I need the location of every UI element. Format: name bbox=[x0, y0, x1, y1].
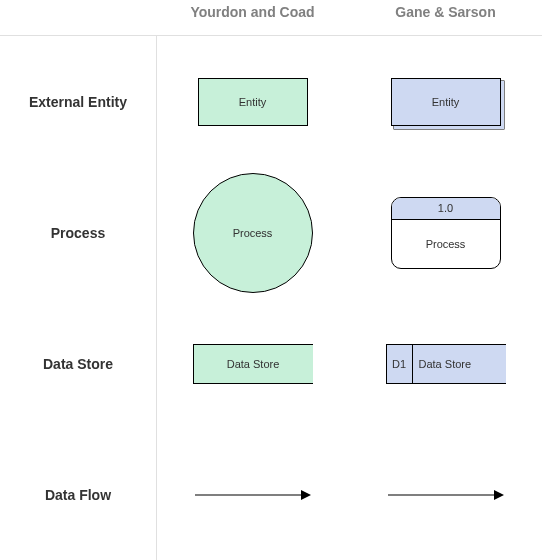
column-header-gane-sarson: Gane & Sarson bbox=[349, 0, 542, 35]
header-corner bbox=[0, 0, 156, 35]
gs-datastore-label: Data Store bbox=[413, 345, 506, 383]
row-label-data-store: Data Store bbox=[0, 356, 156, 372]
yc-datastore-label: Data Store bbox=[227, 358, 280, 370]
gs-datastore-id: D1 bbox=[387, 345, 413, 383]
yc-datastore-shape: Data Store bbox=[193, 344, 313, 384]
header-row: Yourdon and Coad Gane & Sarson bbox=[0, 0, 542, 36]
cell-gs-datastore: D1 Data Store bbox=[349, 344, 542, 384]
vertical-divider bbox=[156, 36, 157, 560]
cell-yc-process: Process bbox=[156, 173, 349, 293]
cell-gs-dataflow bbox=[349, 485, 542, 505]
yc-arrow-icon bbox=[193, 485, 313, 505]
yc-process-label: Process bbox=[233, 227, 273, 239]
yc-entity-shape: Entity bbox=[198, 78, 308, 126]
gs-process-shape: 1.0 Process bbox=[391, 197, 501, 269]
gs-process-label: Process bbox=[392, 220, 500, 268]
gs-arrow-icon bbox=[386, 485, 506, 505]
cell-gs-process: 1.0 Process bbox=[349, 197, 542, 269]
row-label-external-entity: External Entity bbox=[0, 94, 156, 110]
gs-entity-shape: Entity bbox=[391, 78, 501, 126]
gs-process-id: 1.0 bbox=[392, 198, 500, 220]
cell-gs-entity: Entity bbox=[349, 78, 542, 126]
yc-entity-label: Entity bbox=[239, 96, 267, 108]
row-data-flow: Data Flow bbox=[0, 429, 542, 560]
row-label-process: Process bbox=[0, 225, 156, 241]
column-header-yourdon-coad: Yourdon and Coad bbox=[156, 0, 349, 35]
cell-yc-entity: Entity bbox=[156, 78, 349, 126]
row-external-entity: External Entity Entity Entity bbox=[0, 36, 542, 167]
svg-marker-3 bbox=[494, 490, 504, 500]
cell-yc-datastore: Data Store bbox=[156, 344, 349, 384]
row-process: Process Process 1.0 Process bbox=[0, 167, 542, 298]
row-data-store: Data Store Data Store D1 Data Store bbox=[0, 298, 542, 429]
svg-marker-1 bbox=[301, 490, 311, 500]
cell-yc-dataflow bbox=[156, 485, 349, 505]
gs-entity-label: Entity bbox=[432, 96, 460, 108]
gs-datastore-shape: D1 Data Store bbox=[386, 344, 506, 384]
row-label-data-flow: Data Flow bbox=[0, 487, 156, 503]
yc-process-shape: Process bbox=[193, 173, 313, 293]
